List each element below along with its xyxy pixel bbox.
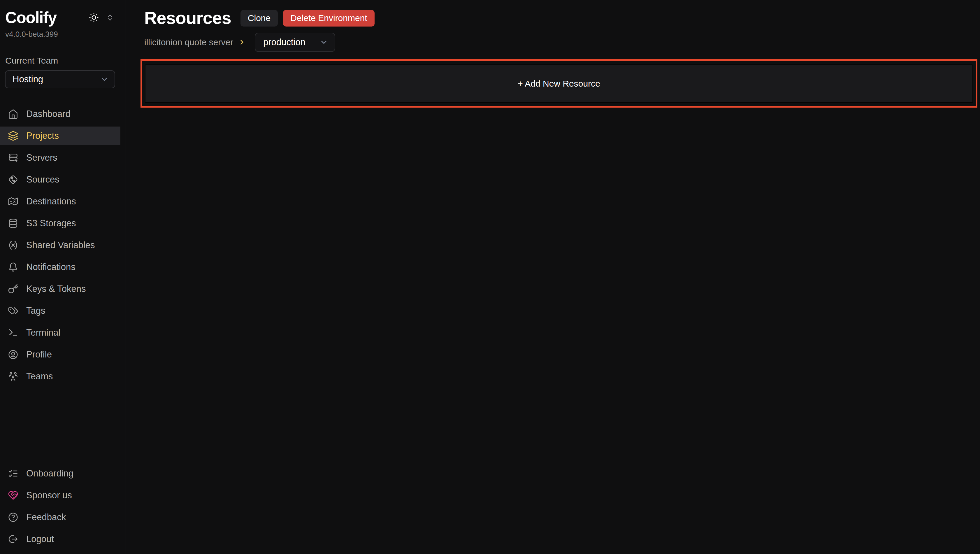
key-icon	[8, 284, 18, 294]
page-header: Resources Clone Delete Environment	[144, 10, 980, 27]
team-select-value: Hosting	[13, 74, 43, 84]
sidebar-item-keys-tokens[interactable]: Keys & Tokens	[0, 280, 120, 298]
current-team-label: Current Team	[0, 56, 126, 65]
environment-select[interactable]: production	[255, 33, 335, 52]
logout-icon	[8, 534, 18, 544]
clone-button[interactable]: Clone	[240, 10, 278, 27]
sidebar: Coolify v4.0.0-beta.399 Current Team Hos…	[0, 0, 126, 554]
sidebar-footer: Onboarding Sponsor us Feedback Logout	[0, 464, 126, 554]
sidebar-item-sources[interactable]: Sources	[0, 170, 120, 189]
sidebar-item-projects[interactable]: Projects	[0, 127, 120, 145]
sidebar-item-teams[interactable]: Teams	[0, 367, 120, 386]
environment-select-value: production	[263, 37, 305, 48]
map-icon	[8, 196, 18, 207]
team-select[interactable]: Hosting	[5, 70, 115, 88]
home-icon	[8, 109, 18, 119]
main-content: Resources Clone Delete Environment illic…	[126, 0, 980, 554]
sidebar-item-shared-variables[interactable]: Shared Variables	[0, 236, 120, 255]
sidebar-nav: Dashboard Projects Servers Sources Desti…	[0, 105, 126, 389]
sidebar-item-terminal[interactable]: Terminal	[0, 323, 120, 342]
help-circle-icon	[8, 512, 18, 522]
list-checks-icon	[8, 468, 18, 479]
breadcrumb-project-link[interactable]: illicitonion quote server	[144, 37, 233, 47]
variable-icon	[8, 240, 18, 250]
sidebar-item-s3-storages[interactable]: S3 Storages	[0, 214, 120, 233]
app-logo[interactable]: Coolify	[5, 8, 57, 27]
sidebar-item-servers[interactable]: Servers	[0, 148, 120, 167]
sidebar-item-dashboard[interactable]: Dashboard	[0, 105, 120, 123]
breadcrumb: illicitonion quote server production	[144, 33, 980, 52]
git-source-icon	[8, 174, 18, 185]
chevron-down-icon	[100, 75, 109, 84]
terminal-icon	[8, 328, 18, 338]
sidebar-item-onboarding[interactable]: Onboarding	[0, 464, 120, 483]
sidebar-item-logout[interactable]: Logout	[0, 530, 120, 548]
app-version: v4.0.0-beta.399	[0, 30, 126, 39]
server-icon	[8, 153, 18, 163]
sidebar-item-notifications[interactable]: Notifications	[0, 258, 120, 276]
heart-handshake-icon	[8, 490, 18, 501]
database-icon	[8, 218, 18, 229]
theme-toggle-sun-icon[interactable]	[89, 12, 99, 23]
chevron-down-icon	[320, 38, 328, 47]
sidebar-item-profile[interactable]: Profile	[0, 345, 120, 364]
user-circle-icon	[8, 349, 18, 360]
sidebar-item-tags[interactable]: Tags	[0, 301, 120, 320]
annotation-highlight-rect: + Add New Resource	[140, 59, 977, 108]
bell-icon	[8, 262, 18, 272]
sidebar-item-sponsor-us[interactable]: Sponsor us	[0, 486, 120, 505]
sidebar-item-feedback[interactable]: Feedback	[0, 508, 120, 527]
tags-icon	[8, 306, 18, 316]
chevrons-up-down-icon[interactable]	[106, 14, 114, 22]
page-title: Resources	[144, 10, 231, 27]
chevron-right-icon	[238, 38, 246, 46]
sidebar-item-destinations[interactable]: Destinations	[0, 192, 120, 211]
layers-icon	[8, 131, 18, 141]
delete-environment-button[interactable]: Delete Environment	[283, 10, 374, 27]
add-new-resource-button[interactable]: + Add New Resource	[145, 64, 973, 103]
users-icon	[8, 371, 18, 382]
